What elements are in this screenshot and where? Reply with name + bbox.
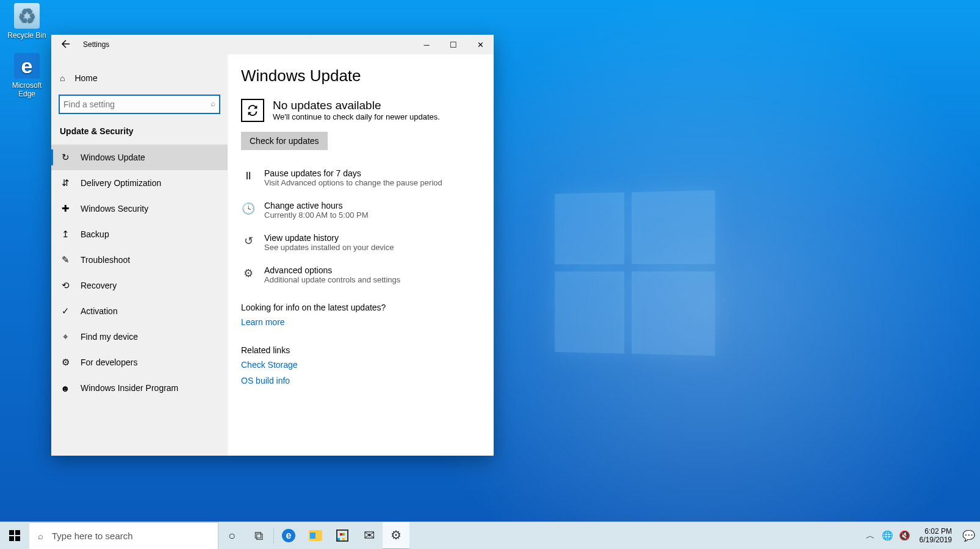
home-icon: ⌂ [60,73,65,83]
nav-label: Activation [81,306,118,316]
option-title: Advanced options [264,265,400,275]
status-title: No updates available [273,99,440,112]
taskbar-mail[interactable]: ✉ [356,522,383,550]
nav-icon: ✎ [60,254,71,265]
related-links-header: Related links [241,345,480,355]
home-button[interactable]: ⌂ Home [51,65,228,91]
sync-icon [241,99,264,122]
clock-time: 6:02 PM [920,527,952,536]
update-option-advanced-options[interactable]: ⚙Advanced optionsAdditional update contr… [241,265,480,284]
option-icon: 🕓 [241,201,256,215]
edge-icon: e [14,53,40,79]
search-settings-input[interactable] [59,95,220,114]
gear-icon: ⚙ [391,528,402,542]
cortana-button[interactable]: ○ [218,522,245,550]
nav-icon: ↻ [60,152,71,163]
option-subtitle: Visit Advanced options to change the pau… [264,178,442,187]
task-view-button[interactable]: ⧉ [245,522,272,550]
nav-label: Troubleshoot [81,255,130,265]
taskbar-file-explorer[interactable] [302,522,329,550]
back-button[interactable] [60,39,72,51]
option-title: Change active hours [264,201,369,210]
learn-more-link[interactable]: Learn more [241,317,480,327]
option-icon: ⚙ [241,265,256,280]
sidebar-item-windows-security[interactable]: ✚Windows Security [51,196,228,221]
nav-icon: ☻ [60,383,71,393]
option-title: Pause updates for 7 days [264,168,442,178]
update-option-change-active-hours[interactable]: 🕓Change active hoursCurrently 8:00 AM to… [241,201,480,220]
minimize-button[interactable]: ─ [413,35,440,54]
network-icon[interactable]: 🌐 [881,530,895,541]
update-option-pause-updates-for-7-days[interactable]: ⏸Pause updates for 7 daysVisit Advanced … [241,168,480,187]
windows-start-icon [9,530,20,541]
option-icon: ↺ [241,233,256,248]
nav-label: Windows Update [81,152,145,162]
nav-label: For developers [81,357,137,367]
sidebar-item-for-developers[interactable]: ⚙For developers [51,350,228,375]
nav-icon: ↥ [60,229,71,240]
clock-date: 6/19/2019 [920,536,952,544]
settings-window: Settings ─ ☐ ✕ ⌂ Home ⌕ Update & Securit… [51,35,494,456]
maximize-button[interactable]: ☐ [440,35,467,54]
recycle-bin-icon: ♻ [14,3,40,29]
nav-icon: ⟲ [60,280,71,291]
sidebar-section-header: Update & Security [51,123,228,145]
folder-icon [309,530,322,541]
taskbar-store[interactable] [329,522,356,550]
nav-label: Recovery [81,281,117,290]
start-button[interactable] [0,522,29,550]
taskbar-edge[interactable]: e [275,522,302,550]
sidebar-item-recovery[interactable]: ⟲Recovery [51,273,228,298]
back-arrow-icon [60,39,70,49]
volume-muted-icon[interactable]: 🔇 [898,530,912,541]
nav-icon: ✓ [60,306,71,317]
windows-logo [555,190,715,356]
sidebar-item-delivery-optimization[interactable]: ⇵Delivery Optimization [51,170,228,196]
search-icon: ⌕ [38,531,43,541]
nav-label: Find my device [81,332,138,342]
check-for-updates-button[interactable]: Check for updates [241,132,328,150]
taskbar-search[interactable]: ⌕ Type here to search [29,522,218,550]
nav-label: Delivery Optimization [81,178,161,188]
desktop-icon-microsoft-edge[interactable]: e Microsoft Edge [5,53,49,98]
close-button[interactable]: ✕ [467,35,494,54]
edge-icon: e [282,529,295,542]
titlebar[interactable]: Settings ─ ☐ ✕ [51,35,494,54]
option-icon: ⏸ [241,168,256,182]
os-build-info-link[interactable]: OS build info [241,376,480,386]
desktop-icon-label: Microsoft Edge [12,81,42,98]
desktop-icon-recycle-bin[interactable]: ♻ Recycle Bin [5,3,49,40]
nav-icon: ⚙ [60,357,71,368]
page-title: Windows Update [241,66,480,85]
check-storage-link[interactable]: Check Storage [241,360,480,370]
store-icon [336,529,348,542]
taskbar-settings[interactable]: ⚙ [383,522,409,550]
sidebar-item-find-my-device[interactable]: ⌖Find my device [51,324,228,350]
sidebar-item-troubleshoot[interactable]: ✎Troubleshoot [51,247,228,273]
nav-icon: ⌖ [60,331,71,342]
sidebar-item-windows-insider-program[interactable]: ☻Windows Insider Program [51,375,228,401]
mail-icon: ✉ [364,528,375,544]
option-subtitle: Additional update controls and settings [264,275,400,284]
action-center-button[interactable]: 💬 [959,529,978,542]
settings-sidebar: ⌂ Home ⌕ Update & Security ↻Windows Upda… [51,54,228,456]
nav-label: Windows Security [81,204,148,214]
window-title: Settings [83,40,109,49]
taskbar-clock[interactable]: 6:02 PM 6/19/2019 [915,527,957,545]
sidebar-item-activation[interactable]: ✓Activation [51,298,228,324]
desktop-icon-label: Recycle Bin [7,31,46,40]
home-label: Home [74,73,97,83]
status-subtitle: We'll continue to check daily for newer … [273,112,440,121]
divider [273,528,274,544]
nav-label: Windows Insider Program [81,383,178,393]
sidebar-item-backup[interactable]: ↥Backup [51,221,228,247]
option-subtitle: Currently 8:00 AM to 5:00 PM [264,210,369,220]
sidebar-item-windows-update[interactable]: ↻Windows Update [51,145,228,170]
update-option-view-update-history[interactable]: ↺View update historySee updates installe… [241,233,480,252]
nav-icon: ✚ [60,203,71,214]
tray-overflow-button[interactable]: ︿ [863,530,878,542]
option-subtitle: See updates installed on your device [264,243,394,252]
nav-icon: ⇵ [60,178,71,188]
settings-content: Windows Update No updates available We'l… [228,54,494,456]
info-question: Looking for info on the latest updates? [241,303,480,312]
